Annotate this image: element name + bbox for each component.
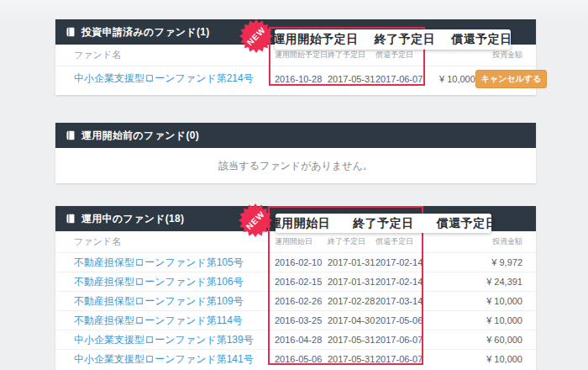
table-row: 不動産担保型ローンファンド第114号 2016-03-25 2017-04-30…: [55, 310, 536, 330]
redemption-date: 2017-06-07: [375, 354, 439, 364]
callout-applied-columns: 運用開始予定日 終了予定日 償還予定日: [275, 29, 511, 50]
investment-amount: ¥ 24,391: [439, 277, 522, 287]
new-badge: NEW: [239, 204, 272, 237]
col-amount: 投資金額: [439, 236, 522, 247]
start-date: 2016-10-28: [275, 74, 328, 84]
book-icon: [66, 27, 76, 37]
book-icon: [66, 214, 76, 224]
callout-label: 終了予定日: [375, 32, 436, 47]
end-date: 2017-05-31: [328, 74, 375, 84]
callout-label: 償還予定日: [451, 32, 512, 47]
col-amount: 投資金額: [439, 50, 522, 61]
table-row: 中小企業支援型ローンファンド第141号 2016-05-06 2017-05-3…: [55, 349, 536, 368]
col-end-date: 終了予定日: [328, 236, 375, 247]
table-row: 不動産担保型ローンファンド第105号 2016-02-10 2017-01-31…: [55, 252, 536, 272]
col-end-date: 終了予定日: [328, 50, 375, 61]
callout-label: 終了予定日: [353, 216, 414, 231]
investment-amount: ¥ 9,972: [439, 257, 522, 267]
investment-amount: ¥ 10,000: [439, 354, 522, 364]
redemption-date: 2017-06-07: [375, 74, 439, 84]
end-date: 2017-01-31: [328, 277, 375, 287]
investment-amount: ¥ 60,000: [439, 335, 522, 345]
redemption-date: 2017-05-06: [375, 315, 439, 325]
panel-title: 投資申請済みのファンド(1): [81, 25, 210, 40]
col-redemption-date: 償還予定日: [375, 50, 439, 61]
callout-label: 運用開始予定日: [273, 32, 359, 47]
redemption-date: 2017-02-14: [375, 277, 439, 287]
fund-name-link[interactable]: 不動産担保型ローンファンド第109号: [74, 294, 275, 309]
empty-message: 該当するファンドがありません。: [55, 148, 536, 183]
table-row: 不動産担保型ローンファンド第106号 2016-02-15 2017-01-31…: [55, 272, 536, 291]
fund-name-link[interactable]: 不動産担保型ローンファンド第105号: [74, 256, 275, 270]
table-row: 中小企業支援型ローンファンド第139号 2016-04-28 2017-05-3…: [55, 330, 536, 349]
start-date: 2016-05-06: [275, 354, 328, 364]
fund-name-link[interactable]: 中小企業支援型ローンファンド第141号: [74, 352, 275, 367]
panel-before-operation: 運用開始前のファンド(0) 該当するファンドがありません。: [55, 123, 536, 183]
redemption-date: 2017-02-14: [375, 257, 439, 267]
start-date: 2016-04-28: [275, 335, 328, 345]
panel-before-header: 運用開始前のファンド(0): [55, 123, 536, 148]
cancel-button[interactable]: キャンセルする: [475, 70, 548, 88]
investment-amount: ¥ 10,000: [439, 296, 522, 306]
end-date: 2017-01-31: [328, 257, 375, 267]
start-date: 2016-03-25: [275, 315, 328, 325]
fund-name-link[interactable]: 不動産担保型ローンファンド第114号: [74, 314, 275, 328]
col-redemption-date: 償還予定日: [375, 236, 439, 247]
fund-name-link[interactable]: 中小企業支援型ローンファンド第139号: [74, 333, 275, 347]
fund-name-link[interactable]: 中小企業支援型ローンファンド第214号: [74, 71, 275, 86]
callout-label: 償還予定日: [437, 216, 498, 231]
redemption-date: 2017-06-07: [375, 335, 439, 345]
col-fund-name: ファンド名: [74, 235, 275, 248]
table-header-row: ファンド名 運用開始日 終了予定日 償還予定日 投資金額: [55, 231, 536, 252]
investment-amount: ¥ 10,000: [439, 315, 522, 325]
col-start-date: 運用開始予定日: [275, 50, 328, 61]
table-row: 不動産担保型ローンファンド第109号 2016-02-26 2017-02-28…: [55, 291, 536, 310]
callout-label: 運用開始日: [270, 216, 331, 231]
book-icon: [66, 130, 76, 140]
end-date: 2017-05-31: [328, 354, 375, 364]
redemption-date: 2017-03-14: [375, 296, 439, 306]
col-start-date: 運用開始日: [275, 236, 328, 247]
callout-operating-columns: 運用開始日 終了予定日 償還予定日: [276, 214, 491, 233]
panel-title: 運用中のファンド(18): [81, 212, 184, 226]
end-date: 2017-04-30: [328, 315, 375, 325]
end-date: 2017-05-31: [328, 335, 375, 345]
panel-title: 運用開始前のファンド(0): [81, 129, 199, 143]
end-date: 2017-02-28: [328, 296, 375, 306]
start-date: 2016-02-15: [275, 277, 328, 287]
new-badge: NEW: [239, 19, 273, 53]
start-date: 2016-02-10: [275, 257, 328, 267]
start-date: 2016-02-26: [275, 296, 328, 306]
funds-dashboard: 投資申請済みのファンド(1) ファンド名 運用開始予定日 終了予定日 償還予定日…: [0, 0, 588, 370]
investment-amount: ¥ 10,000: [439, 74, 475, 84]
fund-name-link[interactable]: 不動産担保型ローンファンド第106号: [74, 275, 275, 289]
table-row: 中小企業支援型ローンファンド第214号 2016-10-28 2017-05-3…: [55, 66, 536, 91]
